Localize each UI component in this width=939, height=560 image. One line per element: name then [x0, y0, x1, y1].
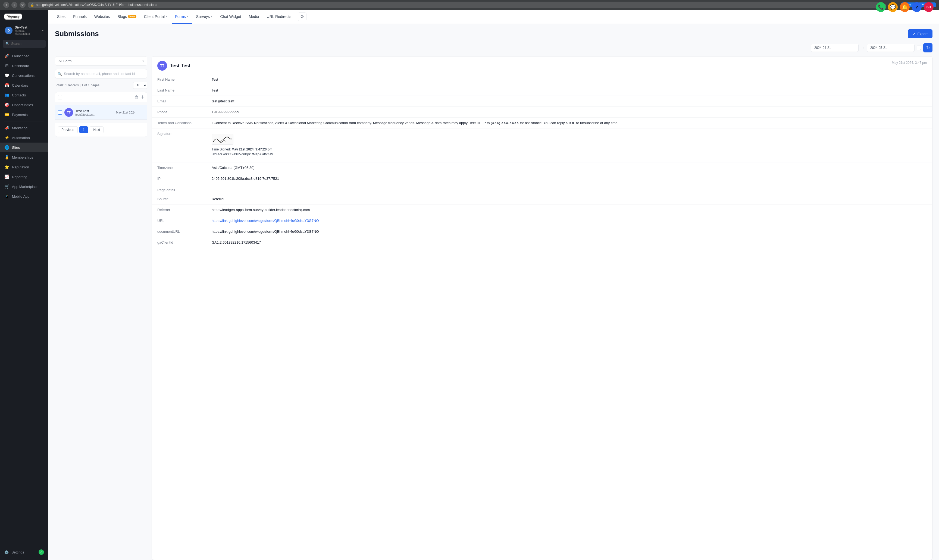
row-checkbox[interactable]	[58, 110, 62, 115]
blogs-new-badge: New	[128, 15, 136, 18]
chat-icon-btn[interactable]: 💬	[888, 10, 898, 12]
nav-settings-gear[interactable]: ⚙	[298, 12, 306, 21]
row-date: May 21st 2024	[116, 111, 135, 114]
previous-page-button[interactable]: Previous	[58, 126, 78, 133]
settings-gear-area: ⚙	[298, 12, 306, 21]
bell-icon-btn[interactable]: 🔔	[900, 10, 910, 12]
form-select-wrapper: All Form ▾	[55, 56, 147, 66]
end-date-input[interactable]	[867, 44, 914, 52]
sidebar-item-memberships[interactable]: 🏅 Memberships	[0, 152, 48, 162]
url-bar[interactable]: 🔒 app.gohighlevel.com/v2/location/z3iaOS…	[28, 2, 881, 8]
download-icon[interactable]: ⬇	[141, 94, 144, 100]
row-info: Test Test test@test.testt	[75, 109, 114, 116]
main-content: 📞 💬 🔔 ? SD Sites Funnels Websites Blogs …	[48, 10, 939, 560]
sites-label: Sites	[12, 146, 20, 150]
sidebar-item-calendars[interactable]: 📅 Calendars	[0, 80, 48, 90]
page-size-select[interactable]: 10 25 50	[133, 82, 147, 89]
refresh-button[interactable]: ↺	[20, 2, 26, 8]
tab-client-portal[interactable]: Client Portal ▾	[141, 10, 171, 24]
tab-sites[interactable]: Sites	[54, 10, 69, 24]
form-select[interactable]: All Form	[55, 56, 147, 66]
help-icon-btn[interactable]: ?	[912, 10, 922, 12]
sidebar-item-automation[interactable]: ⚡ Automation	[0, 133, 48, 143]
settings-item[interactable]: ⚙️ Settings ✓	[0, 547, 48, 557]
opportunities-label: Opportunities	[12, 103, 33, 107]
export-button[interactable]: ↗ Export	[908, 29, 933, 38]
signature-svg	[212, 134, 233, 145]
content-columns: All Form ▾ 🔍 Totals: 1 records | 1 of 1 …	[55, 56, 933, 560]
date-checkbox[interactable]	[917, 46, 921, 50]
forward-button[interactable]: ›	[11, 2, 17, 8]
calendars-label: Calendars	[12, 83, 28, 88]
submission-row[interactable]: TT Test Test test@test.testt May 21st 20…	[55, 105, 147, 120]
sidebar-item-dashboard[interactable]: ⊞ Dashboard	[0, 61, 48, 71]
url-text: app.gohighlevel.com/v2/location/z3iaOSKz…	[36, 3, 157, 7]
export-icon: ↗	[913, 32, 916, 36]
tab-url-redirects[interactable]: URL Redirects	[263, 10, 295, 24]
refresh-button[interactable]: ↻	[923, 43, 933, 52]
tab-funnels[interactable]: Funnels	[70, 10, 90, 24]
tab-websites[interactable]: Websites	[91, 10, 113, 24]
tab-sites-label: Sites	[57, 14, 65, 19]
launchpad-icon: 🚀	[5, 54, 9, 58]
sidebar-item-reputation[interactable]: ⭐ Reputation	[0, 162, 48, 172]
field-label-signature: Signature	[152, 128, 206, 162]
sidebar-item-launchpad[interactable]: 🚀 Launchpad	[0, 51, 48, 61]
sidebar-item-reporting[interactable]: 📈 Reporting	[0, 172, 48, 182]
sidebar-bottom: ⚙️ Settings ✓	[0, 544, 48, 560]
sidebar-item-payments[interactable]: 💳 Payments	[0, 110, 48, 120]
page-field-value-referrer: https://leadgen-apps-form-survey-builder…	[206, 205, 932, 215]
user-avatar-top[interactable]: SD	[924, 10, 934, 12]
tab-forms[interactable]: Forms ▾	[172, 10, 192, 24]
signature-image	[212, 134, 233, 145]
sidebar-item-opportunities[interactable]: 🎯 Opportunities	[0, 100, 48, 110]
row-menu-button[interactable]: ⋮	[138, 109, 144, 116]
tab-chat-widget[interactable]: Chat Widget	[217, 10, 244, 24]
sidebar-search-input[interactable]	[11, 42, 48, 46]
logo-text: °Agency	[6, 15, 20, 18]
detail-avatar: TT	[157, 61, 167, 71]
back-button[interactable]: ‹	[3, 2, 9, 8]
page-field-row-document-url: documentURL https://link.gohighlevel.com…	[152, 226, 932, 237]
tab-websites-label: Websites	[94, 14, 110, 19]
field-value-lastname: Test	[206, 85, 932, 96]
forms-dropdown-icon: ▾	[187, 15, 189, 18]
memberships-icon: 🏅	[5, 155, 9, 160]
records-count: Totals: 1 records | 1 of 1 pages	[55, 83, 99, 87]
url-link[interactable]: https://link.gohighlevel.com/widget/form…	[212, 218, 319, 223]
table-action-icons: 🗑 ⬇	[134, 94, 144, 100]
sidebar-item-marketing[interactable]: 📣 Marketing	[0, 123, 48, 133]
sidebar-item-sites[interactable]: 🌐 Sites	[0, 143, 48, 152]
tab-funnels-label: Funnels	[73, 14, 87, 19]
workspace-avatar: D	[5, 27, 12, 34]
page-1-button[interactable]: 1	[79, 126, 88, 133]
field-label-timezone: Timezone	[152, 162, 206, 173]
submission-search-input[interactable]	[55, 69, 147, 78]
delete-icon[interactable]: 🗑	[134, 95, 139, 100]
tab-media[interactable]: Media	[245, 10, 262, 24]
reporting-label: Reporting	[12, 175, 27, 179]
contacts-icon: 👥	[5, 92, 9, 97]
field-row-lastname: Last Name Test	[152, 85, 932, 96]
field-row-timezone: Timezone Asia/Calcutta (GMT+05:30)	[152, 162, 932, 173]
sidebar-item-conversations[interactable]: 💬 Conversations	[0, 71, 48, 80]
phone-icon-btn[interactable]: 📞	[876, 10, 886, 12]
page-field-row-referrer: Referrer https://leadgen-apps-form-surve…	[152, 205, 932, 215]
mobile-app-icon: 📱	[5, 194, 9, 199]
next-page-button[interactable]: Next	[90, 126, 103, 133]
agency-logo[interactable]: °Agency	[5, 14, 22, 20]
tab-surveys[interactable]: Surveys ▾	[193, 10, 216, 24]
sidebar-search-bar[interactable]: 🔍 ⌘K +	[3, 40, 46, 48]
sidebar-item-contacts[interactable]: 👥 Contacts	[0, 90, 48, 100]
tab-blogs[interactable]: Blogs New	[114, 10, 140, 24]
sidebar-item-mobile-app[interactable]: 📱 Mobile App	[0, 191, 48, 201]
notification-dot: ✓	[38, 549, 44, 555]
select-all-checkbox[interactable]	[58, 95, 62, 99]
page-field-label-referrer: Referrer	[152, 205, 206, 215]
start-date-input[interactable]	[811, 44, 859, 52]
sidebar-item-app-marketplace[interactable]: 🛒 App Marketplace	[0, 182, 48, 191]
workspace-selector[interactable]: D Div-Test Mumbai, Maharashtra ▾	[2, 23, 47, 37]
date-filter-bar: → ↻	[55, 43, 933, 52]
time-signed: Time Signed: May 21st 2024, 3:47:20 pm U…	[212, 147, 927, 157]
reporting-icon: 📈	[5, 174, 9, 179]
